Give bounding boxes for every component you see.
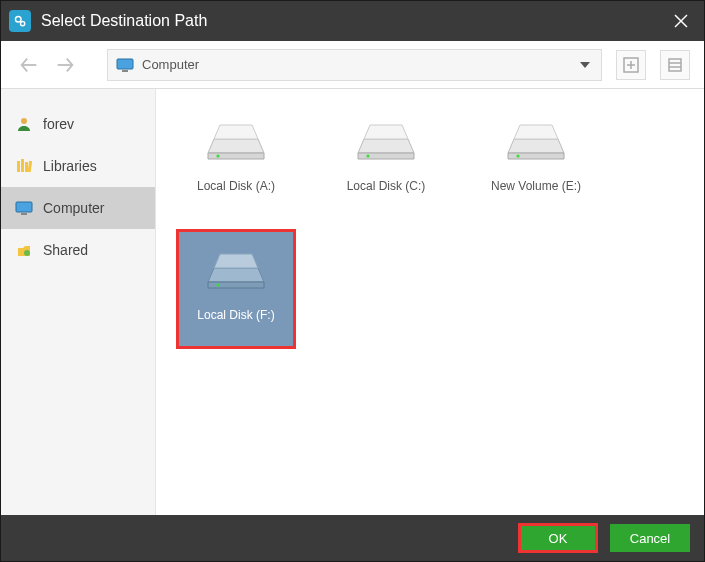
new-folder-button[interactable] bbox=[616, 50, 646, 80]
path-bar[interactable]: Computer bbox=[107, 49, 602, 81]
nav-back-button[interactable] bbox=[15, 51, 43, 79]
sidebar-item-libraries[interactable]: Libraries bbox=[1, 145, 155, 187]
svg-marker-27 bbox=[358, 139, 414, 153]
svg-rect-18 bbox=[25, 162, 28, 172]
svg-point-34 bbox=[516, 154, 519, 157]
footer: OK Cancel bbox=[1, 515, 704, 561]
sidebar-item-label: Shared bbox=[43, 242, 88, 258]
svg-rect-19 bbox=[28, 161, 32, 172]
arrow-right-icon bbox=[54, 54, 76, 76]
drive-label: Local Disk (F:) bbox=[197, 308, 274, 322]
window-title: Select Destination Path bbox=[41, 12, 658, 30]
path-text: Computer bbox=[142, 57, 577, 72]
svg-marker-29 bbox=[358, 153, 414, 159]
sidebar-item-label: forev bbox=[43, 116, 74, 132]
svg-rect-12 bbox=[669, 59, 681, 71]
sidebar-item-label: Libraries bbox=[43, 158, 97, 174]
drive-label: Local Disk (A:) bbox=[197, 179, 275, 193]
view-list-button[interactable] bbox=[660, 50, 690, 80]
sidebar-item-label: Computer bbox=[43, 200, 104, 216]
plus-icon bbox=[623, 57, 639, 73]
svg-marker-8 bbox=[580, 62, 590, 68]
toolbar: Computer bbox=[1, 41, 704, 89]
svg-rect-20 bbox=[16, 202, 32, 212]
libraries-icon bbox=[15, 157, 33, 175]
svg-point-38 bbox=[216, 283, 219, 286]
ok-button[interactable]: OK bbox=[518, 523, 598, 553]
app-icon bbox=[9, 10, 31, 32]
sidebar-item-computer[interactable]: Computer bbox=[1, 187, 155, 229]
svg-point-1 bbox=[21, 22, 25, 26]
svg-point-30 bbox=[366, 154, 369, 157]
nav-forward-button[interactable] bbox=[51, 51, 79, 79]
close-icon bbox=[674, 14, 688, 28]
dialog-body: forev Libraries Computer Shared bbox=[1, 89, 704, 515]
svg-marker-35 bbox=[208, 268, 264, 282]
titlebar: Select Destination Path bbox=[1, 1, 704, 41]
svg-rect-16 bbox=[17, 161, 20, 172]
svg-rect-7 bbox=[122, 70, 128, 72]
user-icon bbox=[15, 115, 33, 133]
sidebar-item-user[interactable]: forev bbox=[1, 103, 155, 145]
svg-marker-25 bbox=[208, 153, 264, 159]
svg-point-22 bbox=[24, 250, 30, 256]
content-pane: Local Disk (A:) Local Disk (C:) New Volu… bbox=[156, 89, 704, 515]
svg-marker-37 bbox=[208, 282, 264, 288]
svg-rect-6 bbox=[117, 59, 133, 69]
dialog-window: Select Destination Path Computer bbox=[0, 0, 705, 562]
sidebar: forev Libraries Computer Shared bbox=[1, 89, 156, 515]
drive-icon bbox=[206, 246, 266, 294]
sidebar-item-shared[interactable]: Shared bbox=[1, 229, 155, 271]
svg-point-0 bbox=[15, 16, 21, 22]
drive-label: New Volume (E:) bbox=[491, 179, 581, 193]
svg-marker-31 bbox=[508, 139, 564, 153]
svg-rect-21 bbox=[21, 213, 27, 215]
drive-icon bbox=[206, 117, 266, 165]
drive-icon bbox=[506, 117, 566, 165]
svg-marker-32 bbox=[514, 125, 558, 139]
svg-point-26 bbox=[216, 154, 219, 157]
close-button[interactable] bbox=[658, 1, 704, 41]
svg-marker-36 bbox=[214, 254, 258, 268]
drive-icon bbox=[356, 117, 416, 165]
arrow-left-icon bbox=[18, 54, 40, 76]
list-icon bbox=[667, 57, 683, 73]
svg-marker-23 bbox=[208, 139, 264, 153]
drive-item-a[interactable]: Local Disk (A:) bbox=[176, 109, 296, 229]
svg-rect-17 bbox=[21, 159, 24, 172]
drive-item-e[interactable]: New Volume (E:) bbox=[476, 109, 596, 229]
shared-icon bbox=[15, 241, 33, 259]
drive-item-c[interactable]: Local Disk (C:) bbox=[326, 109, 446, 229]
svg-point-15 bbox=[21, 118, 27, 124]
computer-icon bbox=[116, 58, 134, 72]
cancel-button[interactable]: Cancel bbox=[610, 524, 690, 552]
svg-marker-28 bbox=[364, 125, 408, 139]
path-dropdown-button[interactable] bbox=[577, 62, 593, 68]
drive-label: Local Disk (C:) bbox=[347, 179, 426, 193]
computer-icon bbox=[15, 199, 33, 217]
drive-item-f[interactable]: Local Disk (F:) bbox=[176, 229, 296, 349]
chevron-down-icon bbox=[580, 62, 590, 68]
svg-marker-24 bbox=[214, 125, 258, 139]
